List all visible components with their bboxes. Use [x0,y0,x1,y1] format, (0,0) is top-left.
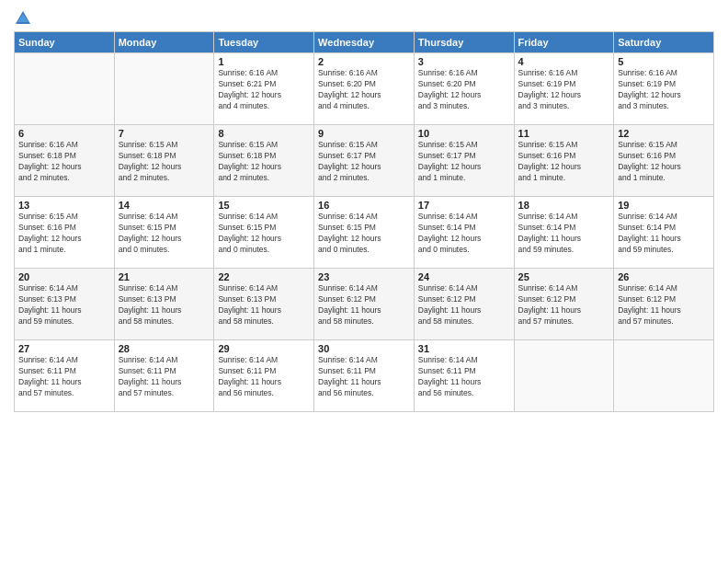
week-row-1: 1Sunrise: 6:16 AM Sunset: 6:21 PM Daylig… [15,53,714,125]
calendar-cell: 1Sunrise: 6:16 AM Sunset: 6:21 PM Daylig… [214,53,314,125]
weekday-header-wednesday: Wednesday [314,32,415,53]
day-number: 20 [18,271,110,282]
calendar-cell: 16Sunrise: 6:14 AM Sunset: 6:15 PM Dayli… [314,197,415,269]
day-number: 31 [418,343,510,354]
day-info: Sunrise: 6:16 AM Sunset: 6:20 PM Dayligh… [418,68,510,112]
calendar-cell: 13Sunrise: 6:15 AM Sunset: 6:16 PM Dayli… [15,197,115,269]
day-info: Sunrise: 6:14 AM Sunset: 6:12 PM Dayligh… [618,283,710,327]
day-number: 25 [518,271,610,282]
calendar-cell [614,340,714,412]
calendar-cell: 15Sunrise: 6:14 AM Sunset: 6:15 PM Dayli… [214,197,314,269]
calendar-cell: 19Sunrise: 6:14 AM Sunset: 6:14 PM Dayli… [614,197,714,269]
calendar-cell: 26Sunrise: 6:14 AM Sunset: 6:12 PM Dayli… [614,269,714,340]
day-info: Sunrise: 6:14 AM Sunset: 6:15 PM Dayligh… [218,212,310,256]
header [14,9,714,28]
calendar-cell: 11Sunrise: 6:15 AM Sunset: 6:16 PM Dayli… [514,125,614,197]
day-info: Sunrise: 6:16 AM Sunset: 6:19 PM Dayligh… [618,68,710,112]
weekday-header-row: SundayMondayTuesdayWednesdayThursdayFrid… [15,32,714,53]
calendar-cell: 28Sunrise: 6:14 AM Sunset: 6:11 PM Dayli… [114,340,214,412]
calendar-cell: 14Sunrise: 6:14 AM Sunset: 6:15 PM Dayli… [114,197,214,269]
day-info: Sunrise: 6:15 AM Sunset: 6:18 PM Dayligh… [218,140,310,184]
day-info: Sunrise: 6:14 AM Sunset: 6:11 PM Dayligh… [119,355,210,399]
calendar-cell: 5Sunrise: 6:16 AM Sunset: 6:19 PM Daylig… [614,53,714,125]
calendar-cell: 30Sunrise: 6:14 AM Sunset: 6:11 PM Dayli… [314,340,415,412]
day-info: Sunrise: 6:14 AM Sunset: 6:15 PM Dayligh… [119,212,210,256]
calendar-cell: 9Sunrise: 6:15 AM Sunset: 6:17 PM Daylig… [314,125,415,197]
calendar-cell: 21Sunrise: 6:14 AM Sunset: 6:13 PM Dayli… [114,269,214,340]
day-info: Sunrise: 6:16 AM Sunset: 6:20 PM Dayligh… [318,68,410,112]
day-number: 9 [318,128,410,139]
day-info: Sunrise: 6:14 AM Sunset: 6:12 PM Dayligh… [318,283,410,327]
day-number: 17 [418,200,510,211]
calendar-cell: 7Sunrise: 6:15 AM Sunset: 6:18 PM Daylig… [114,125,214,197]
day-number: 29 [218,343,310,354]
calendar-table: SundayMondayTuesdayWednesdayThursdayFrid… [14,31,714,412]
day-number: 23 [318,271,410,282]
day-number: 16 [318,200,410,211]
day-info: Sunrise: 6:14 AM Sunset: 6:11 PM Dayligh… [18,355,110,399]
weekday-header-saturday: Saturday [614,32,714,53]
weekday-header-monday: Monday [114,32,214,53]
calendar-cell [514,340,614,412]
day-info: Sunrise: 6:14 AM Sunset: 6:11 PM Dayligh… [218,355,310,399]
day-number: 26 [618,271,710,282]
week-row-5: 27Sunrise: 6:14 AM Sunset: 6:11 PM Dayli… [15,340,714,412]
day-info: Sunrise: 6:16 AM Sunset: 6:19 PM Dayligh… [518,68,610,112]
calendar-cell: 18Sunrise: 6:14 AM Sunset: 6:14 PM Dayli… [514,197,614,269]
calendar-cell: 8Sunrise: 6:15 AM Sunset: 6:18 PM Daylig… [214,125,314,197]
day-number: 6 [18,128,110,139]
day-number: 28 [119,343,210,354]
day-number: 4 [518,56,610,67]
day-number: 12 [618,128,710,139]
day-info: Sunrise: 6:16 AM Sunset: 6:18 PM Dayligh… [18,140,110,184]
logo [14,9,35,28]
day-info: Sunrise: 6:14 AM Sunset: 6:15 PM Dayligh… [318,212,410,256]
calendar-cell: 25Sunrise: 6:14 AM Sunset: 6:12 PM Dayli… [514,269,614,340]
calendar-cell: 24Sunrise: 6:14 AM Sunset: 6:12 PM Dayli… [414,269,514,340]
day-info: Sunrise: 6:15 AM Sunset: 6:18 PM Dayligh… [119,140,210,184]
day-number: 10 [418,128,510,139]
day-number: 3 [418,56,510,67]
day-number: 15 [218,200,310,211]
day-number: 19 [618,200,710,211]
weekday-header-friday: Friday [514,32,614,53]
day-info: Sunrise: 6:14 AM Sunset: 6:12 PM Dayligh… [418,283,510,327]
day-number: 2 [318,56,410,67]
day-info: Sunrise: 6:14 AM Sunset: 6:11 PM Dayligh… [318,355,410,399]
day-number: 21 [119,271,210,282]
day-number: 18 [518,200,610,211]
day-info: Sunrise: 6:15 AM Sunset: 6:16 PM Dayligh… [618,140,710,184]
day-number: 27 [18,343,110,354]
calendar-cell: 31Sunrise: 6:14 AM Sunset: 6:11 PM Dayli… [414,340,514,412]
day-number: 1 [218,56,310,67]
day-number: 8 [218,128,310,139]
calendar-cell: 6Sunrise: 6:16 AM Sunset: 6:18 PM Daylig… [15,125,115,197]
weekday-header-thursday: Thursday [414,32,514,53]
day-info: Sunrise: 6:16 AM Sunset: 6:21 PM Dayligh… [218,68,310,112]
calendar-cell: 10Sunrise: 6:15 AM Sunset: 6:17 PM Dayli… [414,125,514,197]
calendar-cell: 17Sunrise: 6:14 AM Sunset: 6:14 PM Dayli… [414,197,514,269]
day-number: 11 [518,128,610,139]
calendar-cell: 3Sunrise: 6:16 AM Sunset: 6:20 PM Daylig… [414,53,514,125]
week-row-3: 13Sunrise: 6:15 AM Sunset: 6:16 PM Dayli… [15,197,714,269]
day-info: Sunrise: 6:14 AM Sunset: 6:14 PM Dayligh… [618,212,710,256]
day-number: 14 [119,200,210,211]
week-row-2: 6Sunrise: 6:16 AM Sunset: 6:18 PM Daylig… [15,125,714,197]
calendar-cell [15,53,115,125]
day-number: 13 [18,200,110,211]
day-info: Sunrise: 6:14 AM Sunset: 6:13 PM Dayligh… [119,283,210,327]
calendar-cell: 4Sunrise: 6:16 AM Sunset: 6:19 PM Daylig… [514,53,614,125]
calendar-cell [114,53,214,125]
weekday-header-tuesday: Tuesday [214,32,314,53]
day-info: Sunrise: 6:14 AM Sunset: 6:14 PM Dayligh… [518,212,610,256]
calendar-cell: 2Sunrise: 6:16 AM Sunset: 6:20 PM Daylig… [314,53,415,125]
day-number: 30 [318,343,410,354]
calendar-cell: 27Sunrise: 6:14 AM Sunset: 6:11 PM Dayli… [15,340,115,412]
page: SundayMondayTuesdayWednesdayThursdayFrid… [0,0,728,421]
day-number: 22 [218,271,310,282]
day-info: Sunrise: 6:14 AM Sunset: 6:13 PM Dayligh… [18,283,110,327]
week-row-4: 20Sunrise: 6:14 AM Sunset: 6:13 PM Dayli… [15,269,714,340]
calendar-cell: 29Sunrise: 6:14 AM Sunset: 6:11 PM Dayli… [214,340,314,412]
day-number: 7 [119,128,210,139]
day-info: Sunrise: 6:15 AM Sunset: 6:16 PM Dayligh… [518,140,610,184]
